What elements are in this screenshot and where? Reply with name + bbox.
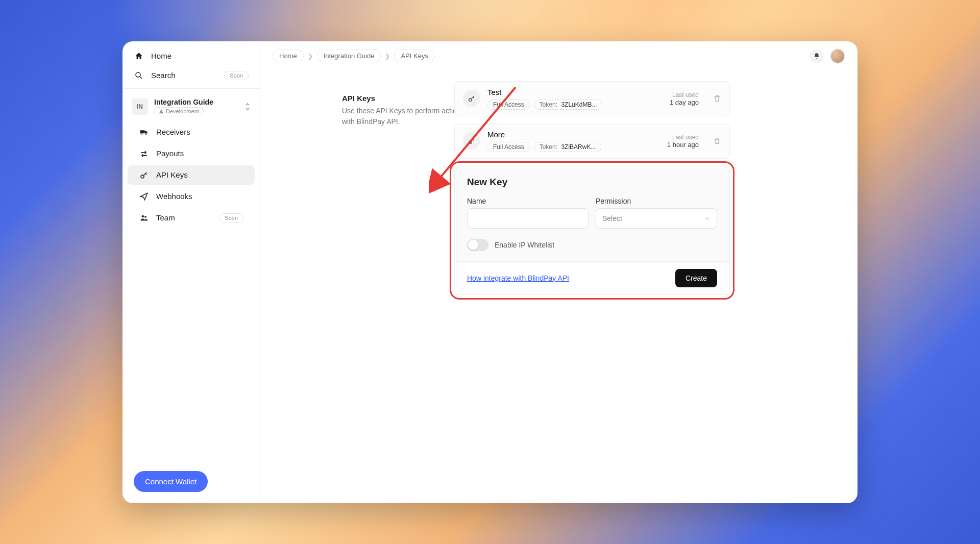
org-avatar: IN [132,98,148,115]
sidebar-item-label: Team [156,213,175,222]
soon-badge: Soon [224,71,249,80]
name-input[interactable] [467,208,589,229]
svg-point-8 [469,98,472,101]
org-switcher[interactable]: IN Integration Guide Development [122,92,260,121]
chevron-right-icon: ❯ [308,53,313,60]
api-key-card: Test Full Access Token: 3ZLuKdMB... Last… [454,81,730,116]
connect-wallet-button[interactable]: Connect Wallet [134,471,208,492]
svg-point-7 [144,215,146,217]
sidebar-home-label: Home [151,52,172,60]
sidebar-item-webhooks[interactable]: Webhooks [128,187,255,206]
chevron-down-icon [704,215,710,221]
sidebar-item-label: Payouts [156,149,184,158]
svg-line-1 [140,77,142,79]
home-icon [134,52,144,61]
new-key-title: New Key [467,177,717,188]
api-key-card: More Full Access Token: 3ZiBARwK... Last… [454,123,730,159]
key-icon [463,132,480,150]
new-key-panel: New Key Name Permission Select [454,166,730,295]
svg-point-4 [145,133,146,135]
delete-key-button[interactable] [713,137,721,145]
last-used-value: 1 day ago [670,98,699,106]
key-icon [463,90,480,107]
chevron-right-icon: ❯ [385,53,390,60]
permission-label: Permission [596,197,717,205]
bell-icon [813,53,820,60]
svg-point-6 [142,215,144,217]
key-icon [139,170,149,180]
permission-select[interactable]: Select [596,208,717,229]
svg-rect-2 [140,130,145,133]
user-avatar[interactable] [830,48,845,64]
sidebar-item-label: API Keys [156,170,188,179]
token-tag: Token: 3ZiBARwK... [534,142,602,152]
last-used-value: 1 hour ago [667,141,699,149]
send-icon [139,192,149,201]
notifications-button[interactable] [810,49,824,63]
trash-icon [713,137,721,145]
breadcrumb-item[interactable]: API Keys [394,50,434,62]
sidebar-item-apikeys[interactable]: API Keys [128,165,255,185]
page-description: Use these API Keys to perform actions wi… [342,106,464,127]
ip-whitelist-toggle[interactable] [467,239,488,251]
main: Home ❯ Integration Guide ❯ API Keys API … [260,41,857,503]
divider [122,88,260,89]
api-key-name: Test [487,88,602,96]
svg-point-5 [141,175,144,178]
create-button[interactable]: Create [675,269,717,287]
sidebar-item-team[interactable]: Team Soon [128,208,255,228]
help-link[interactable]: How integrate with BlindPay API [467,274,569,282]
sidebar-search[interactable]: Search Soon [122,66,260,85]
sidebar-search-label: Search [151,71,176,80]
svg-point-9 [469,141,472,143]
breadcrumb-item[interactable]: Home [273,50,304,62]
breadcrumb-item[interactable]: Integration Guide [317,50,381,62]
sidebar-home[interactable]: Home [122,46,260,66]
permission-tag: Full Access [487,100,530,110]
api-key-name: More [487,130,601,139]
truck-icon [139,128,149,137]
org-name: Integration Guide [154,98,213,106]
team-icon [139,213,149,222]
sidebar: Home Search Soon IN Integration Guide De… [122,41,260,503]
page-title: API Keys [342,94,413,103]
last-used-label: Last used [670,91,699,98]
delete-key-button[interactable] [713,94,721,103]
svg-point-3 [141,133,142,135]
permission-tag: Full Access [487,142,530,152]
token-tag: Token: 3ZLuKdMB... [534,100,603,110]
org-env-badge: Development [154,107,204,115]
search-icon [134,71,144,80]
transfer-icon [139,149,149,158]
chevron-updown-icon [244,103,251,111]
trash-icon [713,94,721,103]
topbar: Home ❯ Integration Guide ❯ API Keys [260,41,857,71]
app-window: Home Search Soon IN Integration Guide De… [122,41,857,503]
last-used-label: Last used [667,134,699,141]
name-label: Name [467,197,589,205]
svg-point-0 [136,72,140,77]
sidebar-item-label: Receivers [156,128,190,136]
sidebar-item-receivers[interactable]: Receivers [128,122,255,142]
ip-whitelist-label: Enable IP Whitelist [495,241,554,249]
sidebar-item-payouts[interactable]: Payouts [128,144,255,163]
sidebar-item-label: Webhooks [156,192,192,201]
soon-badge: Soon [219,213,243,222]
